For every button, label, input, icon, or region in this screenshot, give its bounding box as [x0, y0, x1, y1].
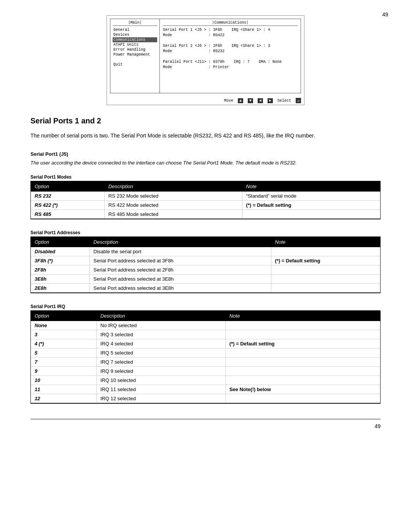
irq-table: Option Description Note None No IRQ sele…	[30, 310, 381, 404]
table-row: RS 232 RS 232 Mode selected “Standard” s…	[31, 191, 381, 200]
table-row: 2E8h Serial Port address selected at 3E8…	[31, 283, 381, 293]
addresses-table-header-row: Option Description Note	[31, 237, 381, 247]
addr-row2-note: (*) = Default setting	[271, 256, 380, 265]
irq-row2-note	[225, 330, 380, 339]
bios-serial2-line: Serial Port 2 <J6 > : 2F8h IRQ <Share 1>…	[163, 43, 298, 49]
bios-menu-devices[interactable]: Devices	[113, 32, 157, 37]
modes-row3-desc: RS 485 Mode selected	[104, 209, 242, 219]
table-row: Disabled Disable the serial port	[31, 247, 381, 256]
irq-row8-note: See Note(!) below	[225, 385, 380, 394]
addresses-col-option: Option	[31, 237, 90, 247]
addresses-col-description: Description	[89, 237, 271, 247]
bios-spacer3	[163, 70, 298, 75]
bios-spacer5	[163, 81, 298, 86]
irq-row2-option: 3	[31, 330, 97, 339]
irq-row1-option: None	[31, 321, 97, 330]
bios-key-left: ◄	[258, 98, 263, 103]
modes-row1-desc: RS 232 Mode selected	[104, 191, 242, 200]
table-row: 11 IRQ 11 selected See Note(!) below	[31, 385, 381, 394]
table-row: 10 IRQ 10 selected	[31, 375, 381, 385]
modes-row3-note	[242, 209, 380, 219]
table-row: 3F8h (*) Serial Port address selected at…	[31, 256, 381, 265]
irq-row3-option: 4 (*)	[31, 339, 97, 348]
irq-table-label: Serial Port1 IRQ	[30, 304, 381, 309]
footer-rule	[30, 419, 381, 419]
addr-row5-note	[271, 283, 380, 293]
page-number-top: 49	[382, 11, 388, 18]
table-row: 4 (*) IRQ 4 selected (*) = Default setti…	[31, 339, 381, 348]
bios-move-label: Move	[224, 99, 233, 103]
table-row: RS 485 RS 485 Mode selected	[31, 209, 381, 219]
addr-row1-option: Disabled	[31, 247, 90, 256]
irq-row1-desc: No IRQ selected	[96, 321, 225, 330]
table-row: RS 422 (*) RS 422 Mode selected (*) = De…	[31, 200, 381, 209]
addr-row5-option: 2E8h	[31, 283, 90, 293]
irq-row9-note	[225, 394, 380, 403]
bios-key-up: ▲	[238, 98, 243, 103]
addr-row5-desc: Serial Port address selected at 3E8h	[89, 283, 271, 293]
bios-select-label: Select	[277, 99, 291, 103]
irq-row9-desc: IRQ 12 selected	[96, 394, 225, 403]
bios-menu-quit[interactable]: Quit	[113, 62, 157, 67]
irq-table-section: Serial Port1 IRQ Option Description Note…	[30, 304, 381, 404]
irq-row3-desc: IRQ 4 selected	[96, 339, 225, 348]
irq-row8-desc: IRQ 11 selected	[96, 385, 225, 394]
modes-row1-note: “Standard” serial mode	[242, 191, 380, 200]
bios-footer: Move ▲ ▼ ◄ ► Select ↵	[107, 96, 304, 105]
irq-row4-desc: IRQ 5 selected	[96, 348, 225, 357]
bios-right-header: |Communications|	[163, 21, 298, 26]
bios-serial2-mode: Mode : RS232	[163, 49, 298, 54]
table-row: 2F8h Serial Port address selected at 2F8…	[31, 265, 381, 274]
bios-parallel-line: Parallel Port <J11> : 0378h IRQ : 7 DMA …	[163, 59, 298, 65]
bios-key-enter: ↵	[296, 98, 301, 103]
bios-menu-atapi[interactable]: ATAPI Units	[113, 42, 157, 47]
addr-row3-desc: Serial Port address selected at 2F8h	[89, 265, 271, 274]
modes-table-header-row: Option Description Note	[31, 181, 381, 192]
addr-row4-note	[271, 274, 380, 283]
irq-row6-desc: IRQ 9 selected	[96, 366, 225, 375]
serial-port1-description: The user according the device connected …	[30, 159, 381, 167]
bios-spacer2	[163, 54, 298, 59]
bios-menu-general[interactable]: General	[113, 27, 157, 32]
modes-table: Option Description Note RS 232 RS 232 Mo…	[30, 181, 381, 219]
modes-row2-option: RS 422 (*)	[31, 200, 105, 209]
bios-key-down: ▼	[248, 98, 253, 103]
irq-row3-note: (*) = Default setting	[225, 339, 380, 348]
table-row: 7 IRQ 7 selected	[31, 357, 381, 366]
serial-port1-label: Serial Port1 (J5)	[30, 151, 381, 157]
irq-row5-note	[225, 357, 380, 366]
bios-menu-error[interactable]: Error Handling	[113, 47, 157, 52]
page-number-bottom: 49	[30, 423, 381, 429]
addresses-table-label: Serial Port1 Addresses	[30, 230, 381, 235]
bios-menu-spacer	[113, 57, 157, 62]
modes-table-label: Serial Port1 Modes	[30, 174, 381, 180]
table-row: None No IRQ selected	[31, 321, 381, 330]
addresses-col-note: Note	[271, 237, 380, 247]
irq-row7-desc: IRQ 10 selected	[96, 375, 225, 385]
bios-menu-power[interactable]: Power Management	[113, 52, 157, 57]
bios-serial1-mode: Mode : RS422	[163, 33, 298, 38]
bios-menu-communications[interactable]: Communications	[113, 37, 157, 42]
addr-row1-desc: Disable the serial port	[89, 247, 271, 256]
modes-row2-note: (*) = Default setting	[242, 200, 380, 209]
addr-row3-note	[271, 265, 380, 274]
modes-row2-desc: RS 422 Mode selected	[104, 200, 242, 209]
irq-row8-option: 11	[31, 385, 97, 394]
irq-row6-option: 9	[31, 366, 97, 375]
irq-col-description: Description	[96, 311, 225, 321]
bios-screenshot: |Main| General Devices Communications AT…	[107, 15, 304, 105]
irq-row9-option: 12	[31, 394, 97, 403]
bios-serial1-line: Serial Port 1 <J5 > : 3F8h IRQ <Share 1>…	[163, 27, 298, 33]
irq-row7-option: 10	[31, 375, 97, 385]
bios-left-header: |Main|	[113, 21, 157, 26]
addr-row4-desc: Serial Port address selected at 3E8h	[89, 274, 271, 283]
modes-table-section: Serial Port1 Modes Option Description No…	[30, 174, 381, 219]
irq-col-option: Option	[31, 311, 97, 321]
irq-row5-desc: IRQ 7 selected	[96, 357, 225, 366]
addresses-table: Option Description Note Disabled Disable…	[30, 236, 381, 293]
bios-spacer4	[163, 75, 298, 81]
modes-row3-option: RS 485	[31, 209, 105, 219]
modes-col-option: Option	[31, 181, 105, 192]
addr-row2-desc: Serial Port address selected at 3F8h	[89, 256, 271, 265]
addr-row3-option: 2F8h	[31, 265, 90, 274]
